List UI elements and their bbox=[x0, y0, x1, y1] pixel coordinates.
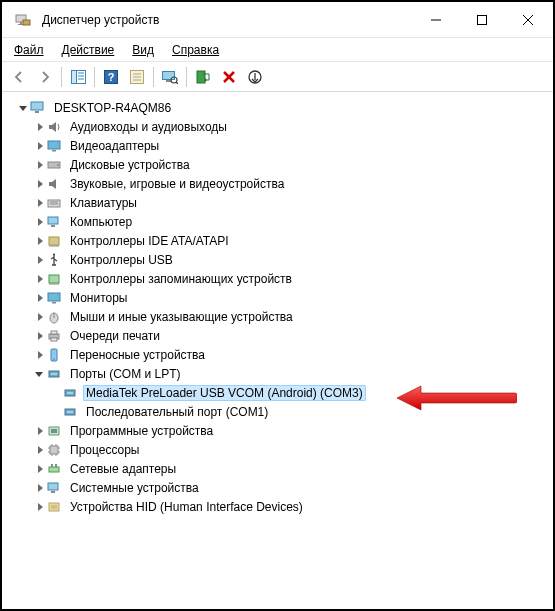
device-manager-window: { "title": "Диспетчер устройств", "menus… bbox=[2, 2, 553, 609]
forward-button[interactable] bbox=[33, 65, 57, 89]
tree-item[interactable]: Переносные устройства bbox=[6, 345, 549, 364]
device-tree[interactable]: DESKTOP-R4AQM86 Аудиовходы и аудиовыходы… bbox=[2, 92, 553, 609]
disable-button[interactable] bbox=[243, 65, 267, 89]
svg-point-63 bbox=[71, 411, 73, 413]
svg-rect-27 bbox=[31, 102, 43, 110]
toolbar-separator bbox=[94, 67, 95, 87]
tree-label: Процессоры bbox=[67, 442, 143, 458]
help-button[interactable]: ? bbox=[99, 65, 123, 89]
properties-button[interactable] bbox=[125, 65, 149, 89]
close-button[interactable] bbox=[505, 4, 551, 36]
expand-toggle[interactable] bbox=[32, 329, 46, 343]
expand-toggle[interactable] bbox=[32, 481, 46, 495]
tree-item[interactable]: Контроллеры IDE ATA/ATAPI bbox=[6, 231, 549, 250]
tree-item[interactable]: Клавиатуры bbox=[6, 193, 549, 212]
expand-toggle[interactable] bbox=[32, 234, 46, 248]
menu-help[interactable]: Справка bbox=[168, 41, 223, 59]
expand-toggle[interactable] bbox=[32, 177, 46, 191]
tree-label: Устройства HID (Human Interface Devices) bbox=[67, 499, 306, 515]
menu-file[interactable]: Файл bbox=[10, 41, 48, 59]
toolbar-separator bbox=[186, 67, 187, 87]
computer-icon bbox=[30, 100, 46, 116]
tree-label: Очереди печати bbox=[67, 328, 163, 344]
expand-toggle[interactable] bbox=[16, 101, 30, 115]
expand-toggle[interactable] bbox=[32, 310, 46, 324]
maximize-button[interactable] bbox=[459, 4, 505, 36]
expand-toggle[interactable] bbox=[32, 158, 46, 172]
tree-item[interactable]: Программные устройства bbox=[6, 421, 549, 440]
tree-label: DESKTOP-R4AQM86 bbox=[51, 100, 174, 116]
svg-rect-41 bbox=[49, 275, 59, 283]
svg-rect-76 bbox=[51, 464, 53, 467]
tree-item-mediatek-port[interactable]: MediaTek PreLoader USB VCOM (Android) (C… bbox=[6, 383, 549, 402]
svg-rect-5 bbox=[478, 15, 487, 24]
tree-item[interactable]: Контроллеры USB bbox=[6, 250, 549, 269]
tree-item[interactable]: Системные устройства bbox=[6, 478, 549, 497]
svg-rect-19 bbox=[163, 71, 175, 79]
tree-item[interactable]: Сетевые адаптеры bbox=[6, 459, 549, 478]
tree-item[interactable]: Аудиовходы и аудиовыходы bbox=[6, 117, 549, 136]
expand-toggle[interactable] bbox=[32, 462, 46, 476]
tree-item[interactable]: Дисковые устройства bbox=[6, 155, 549, 174]
tree-item-ports[interactable]: Порты (COM и LPT) bbox=[6, 364, 549, 383]
expand-toggle[interactable] bbox=[32, 500, 46, 514]
svg-point-57 bbox=[67, 392, 69, 394]
hid-icon bbox=[46, 499, 62, 515]
back-button[interactable] bbox=[7, 65, 31, 89]
tree-item[interactable]: Процессоры bbox=[6, 440, 549, 459]
usb-icon bbox=[46, 252, 62, 268]
tree-item[interactable]: Контроллеры запоминающих устройств bbox=[6, 269, 549, 288]
expand-toggle[interactable] bbox=[32, 215, 46, 229]
svg-point-32 bbox=[57, 164, 59, 166]
tree-item-serial-port[interactable]: Последовательный порт (COM1) bbox=[6, 402, 549, 421]
system-device-icon bbox=[46, 480, 62, 496]
svg-rect-43 bbox=[48, 293, 60, 301]
menu-view[interactable]: Вид bbox=[128, 41, 158, 59]
minimize-button[interactable] bbox=[413, 4, 459, 36]
expand-toggle[interactable] bbox=[32, 196, 46, 210]
tree-item[interactable]: Звуковые, игровые и видеоустройства bbox=[6, 174, 549, 193]
network-icon bbox=[46, 461, 62, 477]
tree-item[interactable]: Мыши и иные указывающие устройства bbox=[6, 307, 549, 326]
svg-rect-9 bbox=[71, 70, 76, 83]
expand-toggle[interactable] bbox=[32, 253, 46, 267]
mouse-icon bbox=[46, 309, 62, 325]
tree-label: Аудиовходы и аудиовыходы bbox=[67, 119, 230, 135]
update-driver-button[interactable] bbox=[191, 65, 215, 89]
print-queue-icon bbox=[46, 328, 62, 344]
storage-controller-icon bbox=[46, 271, 62, 287]
tree-label: Мониторы bbox=[67, 290, 130, 306]
tree-item[interactable]: Устройства HID (Human Interface Devices) bbox=[6, 497, 549, 516]
tree-item[interactable]: Компьютер bbox=[6, 212, 549, 231]
svg-rect-78 bbox=[48, 483, 58, 490]
tree-root[interactable]: DESKTOP-R4AQM86 bbox=[6, 98, 549, 117]
tree-label: Контроллеры запоминающих устройств bbox=[67, 271, 295, 287]
tree-label: Переносные устройства bbox=[67, 347, 208, 363]
portable-device-icon bbox=[46, 347, 62, 363]
show-hide-tree-button[interactable] bbox=[66, 65, 90, 89]
scan-hardware-button[interactable] bbox=[158, 65, 182, 89]
expand-toggle[interactable] bbox=[32, 424, 46, 438]
svg-rect-3 bbox=[23, 20, 30, 25]
menu-action[interactable]: Действие bbox=[58, 41, 119, 59]
expand-toggle[interactable] bbox=[32, 120, 46, 134]
expand-toggle[interactable] bbox=[32, 348, 46, 362]
tree-label: Последовательный порт (COM1) bbox=[83, 404, 271, 420]
tree-label: Контроллеры IDE ATA/ATAPI bbox=[67, 233, 232, 249]
svg-rect-48 bbox=[51, 331, 57, 334]
keyboard-icon bbox=[46, 195, 62, 211]
sound-icon bbox=[46, 176, 62, 192]
uninstall-button[interactable] bbox=[217, 65, 241, 89]
expand-toggle[interactable] bbox=[32, 443, 46, 457]
svg-rect-37 bbox=[51, 225, 55, 227]
tree-item[interactable]: Мониторы bbox=[6, 288, 549, 307]
expand-toggle[interactable] bbox=[32, 139, 46, 153]
tree-item[interactable]: Очереди печати bbox=[6, 326, 549, 345]
expand-toggle[interactable] bbox=[32, 291, 46, 305]
expand-toggle[interactable] bbox=[32, 367, 46, 381]
svg-point-62 bbox=[69, 411, 71, 413]
tree-item[interactable]: Видеоадаптеры bbox=[6, 136, 549, 155]
app-icon bbox=[12, 9, 34, 31]
expand-toggle[interactable] bbox=[32, 272, 46, 286]
svg-rect-80 bbox=[49, 503, 59, 511]
